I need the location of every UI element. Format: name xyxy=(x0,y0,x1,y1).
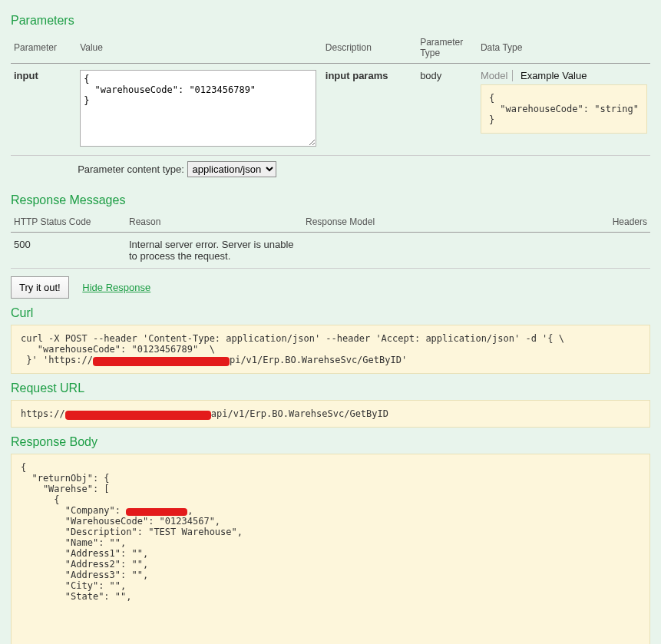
col-description: Description xyxy=(322,32,417,64)
param-type: body xyxy=(417,64,478,156)
model-tab[interactable]: Model xyxy=(481,70,513,81)
response-messages-heading: Response Messages xyxy=(11,193,650,207)
redacted-host-icon xyxy=(65,411,211,420)
param-name-input: input xyxy=(14,70,38,81)
col-value: Value xyxy=(77,32,322,64)
col-status-code: HTTP Status Code xyxy=(11,212,126,233)
curl-block: curl -X POST --header 'Content-Type: app… xyxy=(11,325,650,374)
content-type-select[interactable]: application/json xyxy=(187,161,276,177)
redacted-host-icon xyxy=(93,357,230,366)
response-body-block[interactable]: { "returnObj": { "Warehse": [ { "Company… xyxy=(11,454,650,644)
col-headers: Headers xyxy=(589,212,650,233)
example-value-box[interactable]: { "warehouseCode": "string" } xyxy=(481,84,647,134)
col-reason: Reason xyxy=(126,212,302,233)
redacted-company-icon xyxy=(126,508,187,516)
param-value-textarea[interactable] xyxy=(80,70,316,147)
param-description: input params xyxy=(326,70,388,81)
response-body-heading: Response Body xyxy=(11,435,650,449)
request-url-block: https://api/v1/Erp.BO.WarehseSvc/GetByID xyxy=(11,400,650,428)
reason-text: Internal server error. Server is unable … xyxy=(126,233,302,269)
request-url-heading: Request URL xyxy=(11,381,650,395)
parameters-heading: Parameters xyxy=(11,14,650,28)
col-response-model: Response Model xyxy=(302,212,589,233)
col-parameter-type: Parameter Type xyxy=(417,32,478,64)
response-messages-table: HTTP Status Code Reason Response Model H… xyxy=(11,212,650,269)
status-code-500: 500 xyxy=(11,233,126,269)
hide-response-link[interactable]: Hide Response xyxy=(82,282,150,293)
content-type-label: Parameter content type: xyxy=(78,163,184,175)
try-it-out-button[interactable]: Try it out! xyxy=(11,276,69,299)
col-parameter: Parameter xyxy=(11,32,77,64)
col-data-type: Data Type xyxy=(478,32,650,64)
example-value-tab[interactable]: Example Value xyxy=(521,70,591,81)
parameters-table: Parameter Value Description Parameter Ty… xyxy=(11,32,650,186)
curl-heading: Curl xyxy=(11,306,650,320)
